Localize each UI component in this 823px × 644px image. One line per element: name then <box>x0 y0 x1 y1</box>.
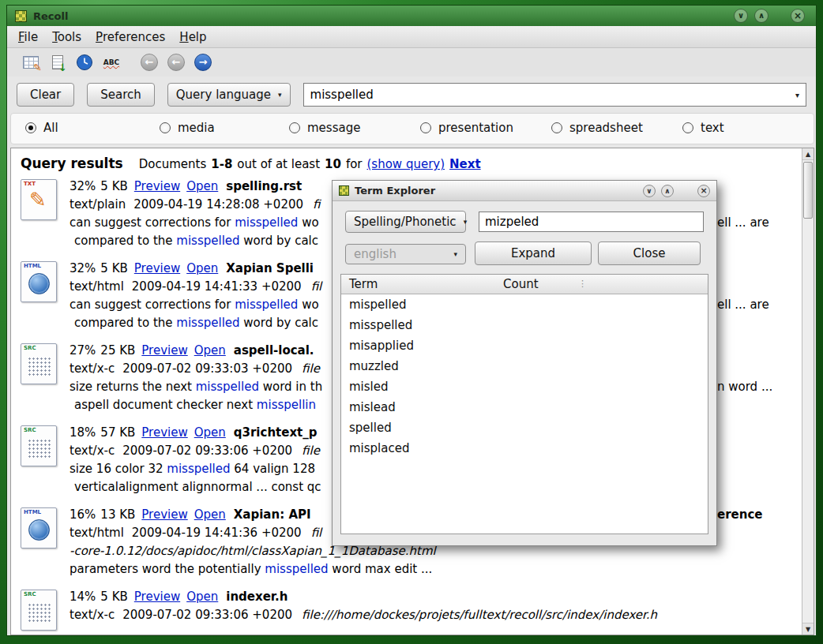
result-size: 5 KB <box>100 590 127 604</box>
term-input[interactable] <box>479 212 704 232</box>
preview-link[interactable]: Preview <box>134 261 180 275</box>
term-row[interactable]: misled <box>341 376 708 397</box>
scroll-down-button[interactable]: ▼ <box>802 623 814 635</box>
filter-spreadsheet[interactable]: spreadsheet <box>551 121 643 135</box>
preview-link[interactable]: Preview <box>134 590 180 604</box>
preview-link[interactable]: Preview <box>141 343 187 358</box>
menu-item-tools[interactable]: Tools <box>52 30 81 44</box>
document-sort-button[interactable]: ↓ <box>47 51 69 73</box>
open-link[interactable]: Open <box>194 507 226 522</box>
filter-message[interactable]: message <box>289 121 360 135</box>
expand-button[interactable]: Expand <box>475 242 592 265</box>
close-icon: × <box>700 185 707 196</box>
result-relevance: 32% <box>70 179 96 193</box>
preview-link[interactable]: Preview <box>134 179 180 193</box>
close-icon: × <box>794 10 802 21</box>
search-button[interactable]: Search <box>87 83 155 107</box>
snippet-text: misspelled <box>235 298 298 312</box>
result-mime: text/x-c <box>70 361 115 376</box>
snippet-text: size 16 color 32 <box>70 462 167 476</box>
open-link[interactable]: Open <box>186 590 218 604</box>
open-link[interactable]: Open <box>194 425 226 440</box>
result-size: 13 KB <box>100 507 135 522</box>
results-scrollbar[interactable]: ▲ ▼ <box>802 148 814 635</box>
term-column-header[interactable]: Term <box>349 277 378 291</box>
dialog-shade-button[interactable]: ∨ <box>643 185 656 197</box>
dialog-close-button[interactable]: × <box>697 185 710 197</box>
filter-text[interactable]: text <box>682 121 724 135</box>
results-header: Query results Documents 1-8 out of at le… <box>11 148 814 171</box>
close-window-button[interactable]: × <box>791 9 805 23</box>
shade-button[interactable]: ∨ <box>734 9 748 23</box>
term-row[interactable]: misspelled <box>341 315 708 335</box>
open-link[interactable]: Open <box>194 343 226 358</box>
menu-item-preferences[interactable]: Preferences <box>96 30 165 44</box>
preview-link[interactable]: Preview <box>141 425 187 440</box>
window-titlebar[interactable]: Recoll ∨ ∧ × <box>7 6 816 26</box>
scroll-up-icon: ▲ <box>806 151 810 158</box>
html-file-icon: HTML <box>21 507 57 549</box>
term-row[interactable]: muzzled <box>341 356 708 376</box>
filter-bar: Allmediamessagepresentationspreadsheette… <box>10 113 814 144</box>
radio-icon[interactable] <box>160 122 171 133</box>
snippet-text: word by calc <box>240 234 318 248</box>
search-query-input[interactable] <box>310 88 791 102</box>
menu-item-file[interactable]: File <box>18 30 38 44</box>
term-row[interactable]: misplaced <box>341 438 708 459</box>
table-tool-button[interactable]: ✎ <box>20 51 42 73</box>
dropdown-arrow-icon: ▾ <box>464 218 468 226</box>
snippet-text: misspelled <box>176 316 239 330</box>
radio-icon[interactable] <box>420 122 431 133</box>
term-cell: misplaced <box>349 441 409 455</box>
globe-icon <box>28 273 50 294</box>
radio-icon[interactable] <box>25 122 36 133</box>
back-icon: ← <box>141 54 158 71</box>
preview-link[interactable]: Preview <box>141 507 187 522</box>
count-column-header[interactable]: Count <box>503 275 539 294</box>
result-mime: text/x-c <box>70 444 115 458</box>
close-button[interactable]: Close <box>598 242 701 265</box>
filter-all[interactable]: All <box>25 121 58 135</box>
term-row[interactable]: misapplied <box>341 335 708 356</box>
result-date: 2009-07-02 09:33:06 +0200 <box>122 444 292 458</box>
menu-bar: FileToolsPreferencesHelp <box>7 26 816 48</box>
scroll-up-button[interactable]: ▲ <box>802 148 814 160</box>
snippet-text: word max edit ... <box>329 562 433 576</box>
open-link[interactable]: Open <box>186 179 218 193</box>
clear-button[interactable]: Clear <box>17 83 74 107</box>
result-item: SRC14%5 KBPreviewOpenindexer.htext/x-c20… <box>21 588 791 631</box>
open-link[interactable]: Open <box>186 261 218 275</box>
dialog-titlebar[interactable]: Term Explorer ∨ ∧ × <box>333 181 716 201</box>
forward-icon: → <box>194 54 212 71</box>
term-row[interactable]: spelled <box>341 417 708 438</box>
term-row[interactable]: mislead <box>341 397 708 417</box>
term-explorer-button[interactable]: ABC <box>100 51 122 73</box>
previous-page-button[interactable]: ← <box>165 51 187 73</box>
history-button[interactable] <box>73 51 96 73</box>
radio-icon[interactable] <box>289 122 300 133</box>
file-type-label: SRC <box>24 591 36 597</box>
radio-icon[interactable] <box>682 122 693 133</box>
radio-icon[interactable] <box>551 122 562 133</box>
term-match-type-select[interactable]: Spelling/Phonetic ▾ <box>345 211 466 233</box>
filter-presentation[interactable]: presentation <box>420 121 513 135</box>
query-language-select[interactable]: Query language ▾ <box>167 83 291 107</box>
menu-item-help[interactable]: Help <box>179 30 206 44</box>
next-page-link[interactable]: Next <box>449 157 481 171</box>
language-value: english <box>354 247 446 261</box>
term-cell: misspelled <box>349 318 412 332</box>
term-row[interactable]: mispelled <box>341 294 708 315</box>
maximize-button[interactable]: ∧ <box>754 9 769 23</box>
search-query-combo[interactable]: ▾ <box>303 83 806 107</box>
result-size: 57 KB <box>100 425 135 440</box>
term-table: Term Count ⋮ mispelledmisspelledmisappli… <box>340 274 708 534</box>
snippet-text: misspelled <box>235 215 298 230</box>
result-relevance: 27% <box>70 343 96 358</box>
next-page-button[interactable]: → <box>192 51 214 73</box>
scrollbar-thumb[interactable] <box>803 162 813 219</box>
result-mime: text/html <box>70 526 124 540</box>
filter-media[interactable]: media <box>160 121 215 135</box>
dialog-maximize-button[interactable]: ∧ <box>661 185 674 197</box>
first-page-button[interactable]: ← <box>138 51 160 73</box>
show-query-link[interactable]: (show query) <box>367 157 445 171</box>
